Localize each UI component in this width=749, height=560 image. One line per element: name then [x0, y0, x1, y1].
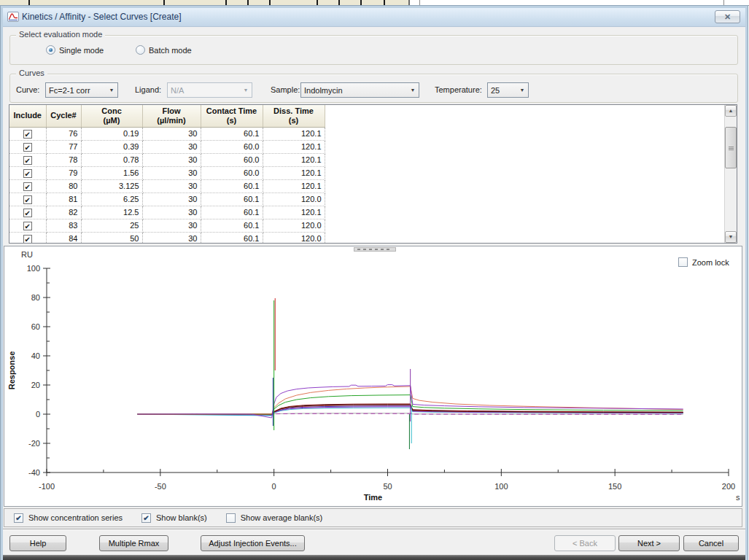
- evaluation-mode-groupbox: Select evaluation mode Single modeBatch …: [9, 35, 738, 65]
- x-tick-label: 0: [272, 482, 276, 491]
- groupbox-label: Select evaluation mode: [16, 30, 105, 39]
- background-window-strip: [0, 0, 749, 6]
- include-checkbox[interactable]: ✔: [23, 143, 32, 152]
- scroll-up-icon[interactable]: ▲: [725, 105, 737, 117]
- cell-contact: 60.0: [201, 140, 263, 153]
- column-header-cycle: Cycle#: [46, 105, 81, 127]
- temperature-combobox[interactable]: 25▼: [487, 82, 529, 98]
- cell-flow: 30: [142, 179, 201, 192]
- sample-combobox[interactable]: Indolmycin▼: [300, 82, 419, 98]
- include-checkbox[interactable]: ✔: [23, 222, 32, 230]
- radio-icon[interactable]: [46, 45, 55, 55]
- cell-cycle: 80: [46, 179, 81, 192]
- cell-conc: 6.25: [81, 192, 142, 206]
- cycle-table: IncludeCycle#Conc(µM)Flow(µl/min)Contact…: [9, 105, 325, 244]
- radio-single-mode[interactable]: Single mode: [46, 45, 104, 55]
- y-tick-label: 0: [36, 410, 40, 419]
- cell-conc: 3.125: [81, 179, 142, 192]
- cell-conc: 25: [81, 219, 142, 232]
- cell-flow: 30: [142, 206, 201, 219]
- column-header-contact-time: Contact Time(s): [201, 105, 263, 127]
- checkbox-show-average-blank-s[interactable]: [226, 513, 236, 523]
- include-checkbox[interactable]: ✔: [23, 130, 32, 139]
- help-button[interactable]: Help: [9, 535, 66, 551]
- radio-batch-mode[interactable]: Batch mode: [136, 45, 192, 55]
- cell-flow: 30: [142, 153, 201, 166]
- chevron-down-icon[interactable]: ▼: [106, 88, 117, 93]
- cell-cycle: 77: [46, 140, 81, 153]
- cell-diss: 120.1: [263, 140, 325, 153]
- button-bar: HelpMultiple RmaxAdjust Injection Events…: [3, 529, 745, 555]
- scroll-down-icon[interactable]: ▼: [725, 231, 737, 243]
- table-row: ✔760.193060.1120.1: [9, 127, 325, 140]
- next-button[interactable]: Next >: [618, 535, 680, 551]
- zoom-lock-checkbox[interactable]: [678, 257, 688, 267]
- y-tick-label: -40: [28, 468, 40, 477]
- cell-cycle: 76: [46, 127, 81, 140]
- table-scrollbar[interactable]: ▲ ▼: [724, 105, 737, 243]
- zoom-lock-label: Zoom lock: [692, 258, 729, 267]
- cell-diss: 120.0: [263, 232, 325, 244]
- checkbox-show-blank-s[interactable]: ✔: [141, 513, 151, 523]
- scrollbar-thumb[interactable]: [725, 127, 737, 168]
- table-row: ✔780.783060.0120.1: [9, 153, 325, 166]
- chevron-down-icon[interactable]: ▼: [240, 88, 252, 93]
- ligand-combobox[interactable]: N/A▼: [167, 82, 252, 98]
- include-checkbox[interactable]: ✔: [23, 182, 32, 191]
- cell-conc: 0.78: [81, 153, 142, 166]
- adjust-injection-events-button[interactable]: Adjust Injection Events...: [201, 535, 305, 551]
- column-header-include: Include: [9, 105, 46, 127]
- checkbox-label: Show concentration series: [28, 513, 123, 522]
- multiple-rmax-button[interactable]: Multiple Rmax: [99, 535, 168, 551]
- zoom-lock-control: Zoom lock: [678, 257, 729, 267]
- cell-cycle: 83: [46, 219, 81, 232]
- cell-flow: 30: [142, 192, 201, 206]
- include-checkbox[interactable]: ✔: [23, 156, 32, 165]
- column-header-conc: Conc(µM): [81, 105, 142, 127]
- sample-label: Sample:: [271, 85, 300, 94]
- close-button[interactable]: ✕: [715, 10, 740, 23]
- temperature-label: Temperature:: [435, 85, 482, 94]
- include-checkbox[interactable]: ✔: [23, 195, 32, 204]
- include-checkbox[interactable]: ✔: [23, 235, 32, 244]
- cell-conc: 50: [81, 232, 142, 244]
- cycle-table-panel: IncludeCycle#Conc(µM)Flow(µl/min)Contact…: [9, 104, 737, 244]
- cell-contact: 60.1: [201, 192, 263, 206]
- sensorgram-plot[interactable]: -40-20020406080100-100-50050100150200RUs…: [4, 246, 742, 506]
- cell-diss: 120.1: [263, 166, 325, 179]
- window-title: Kinetics / Affinity - Select Curves [Cre…: [22, 8, 182, 26]
- chevron-down-icon[interactable]: ▼: [407, 88, 419, 93]
- y-tick-label: 60: [31, 322, 40, 331]
- cell-cycle: 82: [46, 206, 81, 219]
- background-table-header: [0, 0, 410, 6]
- checkbox-label: Show average blank(s): [241, 513, 323, 522]
- dialog-window: Kinetics / Affinity - Select Curves [Cre…: [1, 6, 748, 560]
- include-checkbox[interactable]: ✔: [23, 209, 32, 217]
- title-bar[interactable]: Kinetics / Affinity - Select Curves [Cre…: [3, 8, 745, 27]
- x-tick-label: 100: [494, 482, 508, 491]
- table-row: ✔770.393060.0120.1: [9, 140, 325, 153]
- include-checkbox[interactable]: ✔: [23, 169, 32, 178]
- cell-cycle: 78: [46, 153, 81, 166]
- sensorgram-chart-panel: -40-20020406080100-100-50050100150200RUs…: [4, 246, 742, 507]
- thumb-grip: [729, 147, 734, 150]
- back-button[interactable]: < Back: [554, 535, 616, 551]
- cell-conc: 12.5: [81, 206, 142, 219]
- cell-contact: 60.1: [201, 219, 263, 232]
- curve-combobox[interactable]: Fc=2-1 corr▼: [45, 82, 118, 98]
- chevron-down-icon[interactable]: ▼: [516, 88, 528, 93]
- y-axis-title: Response: [7, 351, 16, 390]
- combobox-value: Fc=2-1 corr: [46, 86, 106, 95]
- cell-contact: 60.1: [201, 232, 263, 244]
- cell-contact: 60.1: [201, 127, 263, 140]
- checkbox-show-concentration-series[interactable]: ✔: [14, 513, 23, 523]
- cell-diss: 120.0: [263, 192, 325, 206]
- cancel-button[interactable]: Cancel: [683, 535, 739, 551]
- cell-flow: 30: [142, 219, 201, 232]
- checkbox-label: Show blank(s): [156, 513, 207, 522]
- combobox-value: N/A: [168, 86, 240, 95]
- y-unit-label: RU: [21, 250, 33, 259]
- radio-icon[interactable]: [136, 45, 145, 55]
- curve-label: Curve:: [16, 85, 39, 94]
- curves-groupbox: Curves Curve:Fc=2-1 corr▼Ligand:N/A▼Samp…: [9, 74, 738, 103]
